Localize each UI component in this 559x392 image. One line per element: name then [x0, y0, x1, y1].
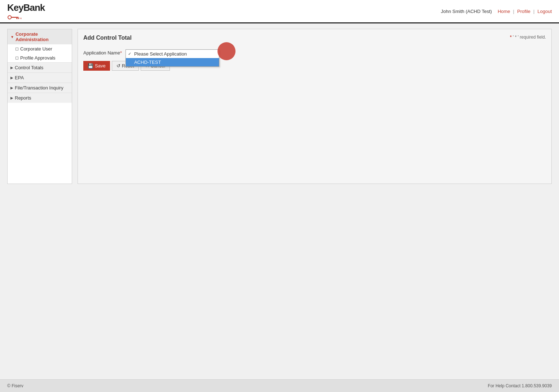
user-info: John Smith (ACHD Test) [441, 9, 492, 14]
sidebar-item-control-totals[interactable]: ▶ Control Totals [8, 63, 72, 72]
nav-separator-2: | [533, 9, 534, 14]
sidebar-corporate-admin-label: Corporate Administration [16, 31, 69, 42]
file-transaction-label: File/Transaction Inquiry [15, 85, 63, 91]
save-button[interactable]: 💾 Save [83, 61, 110, 71]
reset-icon: ↺ [116, 63, 120, 69]
sidebar-item-file-transaction[interactable]: ▶ File/Transaction Inquiry [8, 83, 72, 93]
page-title: Add Control Total [83, 35, 546, 44]
bullet-icon [16, 48, 18, 50]
sidebar-group-control-totals: ▶ Control Totals [8, 62, 72, 72]
svg-rect-3 [18, 18, 19, 19]
footer: © Fiserv For Help Contact 1.800.539.9039 [0, 379, 559, 392]
expand-arrow-icon: ▶ [10, 86, 13, 90]
logo-icon: TM [7, 14, 22, 21]
expand-arrow-icon: ▶ [10, 96, 13, 100]
svg-point-0 [8, 16, 11, 19]
home-link[interactable]: Home [498, 9, 510, 14]
logout-link[interactable]: Logout [537, 9, 552, 14]
copyright-text: © Fiserv [7, 383, 23, 388]
expand-arrow-icon: ▶ [10, 66, 13, 70]
svg-text:TM: TM [19, 18, 22, 19]
sidebar: ▼ Corporate Administration Corporate Use… [7, 29, 72, 184]
header: KeyBank TM John Smith (ACHD Test) Home |… [0, 0, 559, 23]
content-area: Add Control Total * ' * ' required field… [78, 29, 552, 184]
corporate-user-label: Corporate User [20, 46, 52, 52]
profile-link[interactable]: Profile [517, 9, 531, 14]
sidebar-item-corporate-user[interactable]: Corporate User [8, 44, 72, 53]
sidebar-group-file-transaction: ▶ File/Transaction Inquiry [8, 83, 72, 93]
expand-arrow-icon: ▶ [10, 76, 13, 80]
check-icon: ✓ [128, 52, 132, 56]
svg-rect-1 [11, 17, 18, 18]
sidebar-group-epa: ▶ EPA [8, 72, 72, 83]
profile-approvals-label: Profile Approvals [20, 55, 56, 61]
collapse-arrow-icon: ▼ [10, 35, 14, 39]
sidebar-item-profile-approvals[interactable]: Profile Approvals [8, 53, 72, 62]
application-name-label: Application Name* [83, 49, 122, 56]
required-note: * ' * ' required field. [510, 35, 546, 40]
required-star: * [120, 50, 122, 56]
svg-rect-2 [16, 18, 17, 19]
sidebar-group-reports: ▶ Reports [8, 93, 72, 103]
bullet-icon [16, 57, 18, 60]
logo-text: KeyBank [7, 2, 45, 13]
dropdown-option-achd-test[interactable]: ACHD-TEST [126, 58, 219, 66]
dropdown-option-placeholder[interactable]: ✓ Please Select Application [126, 50, 219, 58]
sidebar-item-reports[interactable]: ▶ Reports [8, 93, 72, 103]
logo-area: KeyBank TM [7, 2, 45, 21]
nav-separator-1: | [513, 9, 514, 14]
sidebar-item-corporate-admin[interactable]: ▼ Corporate Administration [8, 29, 72, 44]
cursor-indicator [217, 42, 236, 60]
reports-label: Reports [15, 95, 31, 101]
dropdown-open-list[interactable]: ✓ Please Select Application ACHD-TEST [126, 49, 219, 67]
required-star-symbol: * [510, 35, 513, 40]
top-nav: John Smith (ACHD Test) Home | Profile | … [441, 9, 552, 14]
epa-label: EPA [15, 75, 24, 80]
control-totals-label: Control Totals [15, 65, 43, 70]
help-text: For Help Contact 1.800.539.9039 [488, 383, 552, 388]
sidebar-item-epa[interactable]: ▶ EPA [8, 73, 72, 83]
application-name-row: Application Name* ✓ Please Select Applic… [83, 49, 546, 56]
key-icon: TM [7, 14, 22, 21]
save-icon: 💾 [88, 63, 93, 69]
main-wrapper: ▼ Corporate Administration Corporate Use… [0, 23, 559, 189]
